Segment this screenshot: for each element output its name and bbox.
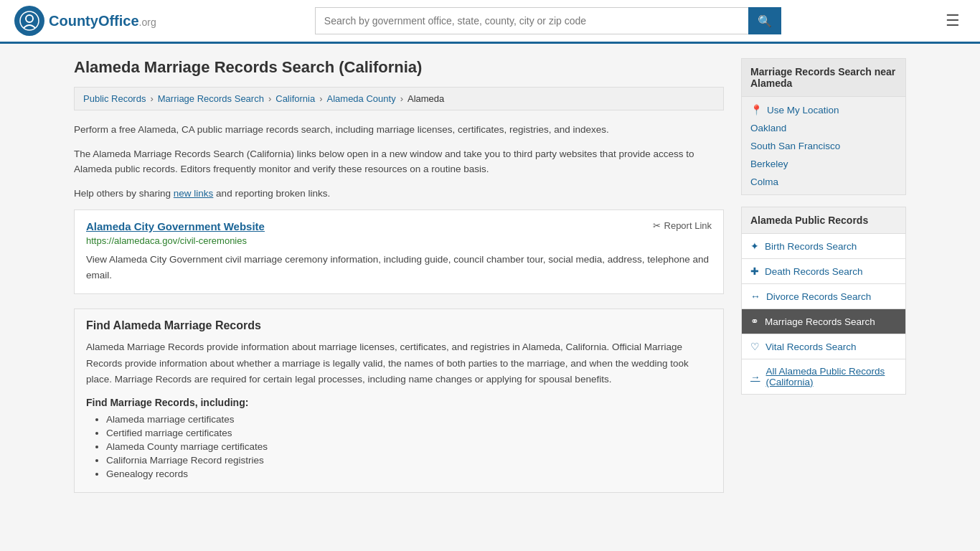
death-records-icon: ✚ xyxy=(750,265,759,277)
resource-url[interactable]: https://alamedaca.gov/civil-ceremonies xyxy=(86,235,712,246)
marriage-records-icon: ⚭ xyxy=(750,316,759,327)
sidebar-nearby-berkeley[interactable]: Berkeley xyxy=(750,159,897,169)
logo-icon xyxy=(14,6,44,36)
divorce-records-icon: ↔ xyxy=(750,291,760,302)
hamburger-icon: ☰ xyxy=(946,11,960,29)
svg-point-0 xyxy=(20,11,39,30)
birth-records-icon: ✦ xyxy=(750,240,759,252)
breadcrumb-marriage-records-search[interactable]: Marriage Records Search xyxy=(158,93,264,104)
list-item: Alameda marriage certificates xyxy=(106,414,712,425)
list-item: Certified marriage certificates xyxy=(106,428,712,438)
find-section: Find Alameda Marriage Records Alameda Ma… xyxy=(74,309,724,494)
new-links-link[interactable]: new links xyxy=(174,188,214,199)
sidebar-death-records[interactable]: ✚ Death Records Search xyxy=(742,259,905,284)
find-section-body: Alameda Marriage Records provide informa… xyxy=(86,339,712,389)
breadcrumb-alameda: Alameda xyxy=(407,93,444,104)
location-icon: 📍 xyxy=(750,104,763,116)
sidebar-nearby-title: Marriage Records Search near Alameda xyxy=(742,59,905,97)
resource-header: Alameda City Government Website ✂ Report… xyxy=(86,220,712,232)
search-bar-area: 🔍 xyxy=(315,7,781,34)
list-item: Genealogy records xyxy=(106,468,712,479)
sidebar-vital-records[interactable]: ♡ Vital Records Search xyxy=(742,334,905,359)
search-icon: 🔍 xyxy=(758,14,772,28)
find-list: Alameda marriage certificates Certified … xyxy=(86,414,712,479)
all-alameda-records-link[interactable]: → All Alameda Public Records (California… xyxy=(742,359,905,394)
sidebar-birth-records[interactable]: ✦ Birth Records Search xyxy=(742,234,905,259)
logo-area: CountyOffice.org xyxy=(14,6,156,36)
resource-title[interactable]: Alameda City Government Website xyxy=(86,220,265,232)
scissors-icon: ✂ xyxy=(653,220,661,231)
report-link-button[interactable]: ✂ Report Link xyxy=(653,220,712,231)
sidebar-nearby-colma[interactable]: Colma xyxy=(750,176,897,187)
find-subheading: Find Marriage Records, including: xyxy=(86,397,712,408)
intro-para3: Help others by sharing new links and rep… xyxy=(74,186,724,202)
intro-para2: The Alameda Marriage Records Search (Cal… xyxy=(74,146,724,177)
breadcrumb-alameda-county[interactable]: Alameda County xyxy=(327,93,396,104)
sidebar-public-records-title: Alameda Public Records xyxy=(742,207,905,234)
sidebar-divorce-records[interactable]: ↔ Divorce Records Search xyxy=(742,284,905,309)
sidebar-nearby-section: Marriage Records Search near Alameda 📍 U… xyxy=(741,58,906,195)
menu-button[interactable]: ☰ xyxy=(940,9,966,33)
breadcrumb-public-records[interactable]: Public Records xyxy=(83,93,146,104)
intro-para1: Perform a free Alameda, CA public marria… xyxy=(74,122,724,138)
sidebar-marriage-records[interactable]: ⚭ Marriage Records Search xyxy=(742,309,905,334)
header: CountyOffice.org 🔍 ☰ xyxy=(0,0,980,44)
sidebar-nearby-oakland[interactable]: Oakland xyxy=(750,123,897,133)
breadcrumb: Public Records › Marriage Records Search… xyxy=(74,87,724,110)
list-item: California Marriage Record registries xyxy=(106,455,712,466)
search-input[interactable] xyxy=(315,7,748,34)
resource-card: Alameda City Government Website ✂ Report… xyxy=(74,209,724,293)
resource-description: View Alameda City Government civil marri… xyxy=(86,252,712,283)
find-section-title: Find Alameda Marriage Records xyxy=(86,319,712,332)
main-container: Alameda Marriage Records Search (Califor… xyxy=(60,44,920,519)
sidebar-public-records-section: Alameda Public Records ✦ Birth Records S… xyxy=(741,207,906,395)
page-title: Alameda Marriage Records Search (Califor… xyxy=(74,58,724,77)
arrow-icon: → xyxy=(750,372,760,382)
sidebar-nearby-south-san-francisco[interactable]: South San Francisco xyxy=(750,141,897,151)
sidebar-nearby-body: 📍 Use My Location Oakland South San Fran… xyxy=(742,97,905,194)
logo-text: CountyOffice.org xyxy=(49,13,156,29)
use-my-location-link[interactable]: 📍 Use My Location xyxy=(750,104,897,116)
content-area: Alameda Marriage Records Search (Califor… xyxy=(74,58,724,504)
vital-records-icon: ♡ xyxy=(750,341,760,352)
list-item: Alameda County marriage certificates xyxy=(106,441,712,452)
search-button[interactable]: 🔍 xyxy=(748,7,781,34)
sidebar: Marriage Records Search near Alameda 📍 U… xyxy=(741,58,906,504)
breadcrumb-california[interactable]: California xyxy=(275,93,315,104)
